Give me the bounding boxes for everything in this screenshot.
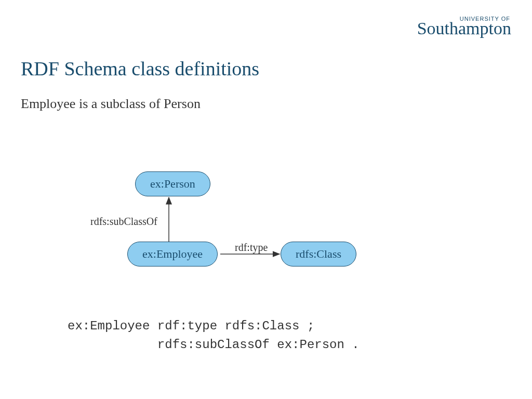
code-line-2: rdfs:subClassOf ex:Person .	[68, 338, 360, 352]
rdf-diagram: ex:Person ex:Employee rdfs:Class rdfs:su…	[78, 156, 390, 286]
code-block: ex:Employee rdf:type rdfs:Class ; rdfs:s…	[68, 317, 360, 354]
logo-main-text: Southampton	[417, 20, 511, 37]
code-line-1: ex:Employee rdf:type rdfs:Class ;	[68, 319, 314, 333]
node-class: rdfs:Class	[281, 242, 356, 267]
node-employee: ex:Employee	[127, 242, 218, 267]
slide-title: RDF Schema class definitions	[21, 57, 259, 80]
edge-label-type: rdf:type	[234, 242, 269, 254]
slide-subtitle: Employee is a subclass of Person	[21, 96, 201, 112]
university-logo: UNIVERSITY OF Southampton	[417, 16, 511, 37]
node-person: ex:Person	[135, 171, 210, 196]
edge-label-subclass: rdfs:subClassOf	[89, 216, 158, 228]
